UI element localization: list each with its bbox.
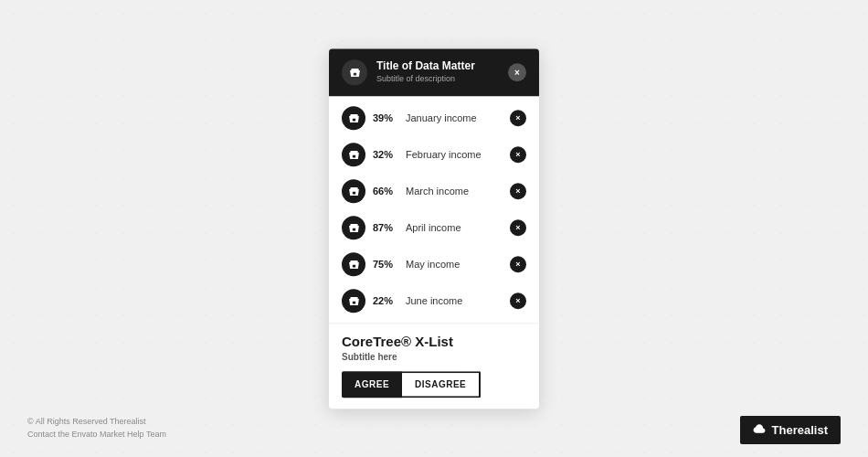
copyright: © All Rights Reserved Therealist Contact… [27, 416, 166, 441]
footer-title: CoreTree® X-List [342, 333, 526, 351]
main-card: Title of Data Matter Subtitle of descrip… [329, 48, 539, 409]
list-item-close-3[interactable]: × [510, 219, 526, 236]
list-item-close-1[interactable]: × [510, 146, 526, 163]
list-item-close-4[interactable]: × [510, 256, 526, 272]
list-item: 32% February income × [329, 136, 539, 173]
card-footer: CoreTree® X-List Subtitle here AGREE DIS… [329, 323, 539, 409]
list-item: 87% April income × [329, 209, 539, 246]
list-item-percent-2: 66% [373, 186, 398, 197]
income-list: 39% January income × 32% February income… [329, 96, 539, 323]
header-title: Title of Data Matter [376, 60, 499, 75]
list-item-percent-0: 39% [373, 112, 398, 123]
list-item-percent-4: 75% [373, 259, 398, 270]
list-item-label-1: February income [406, 149, 503, 160]
list-item: 75% May income × [329, 246, 539, 282]
header-subtitle: Subtitle of description [376, 74, 499, 85]
list-item-icon-2 [342, 179, 365, 203]
agree-button[interactable]: AGREE [342, 371, 402, 398]
list-item: 22% June income × [329, 282, 539, 319]
header-close-button[interactable]: × [508, 63, 526, 81]
list-item-icon-0 [342, 106, 365, 130]
copyright-line1: © All Rights Reserved Therealist [27, 416, 166, 429]
footer-buttons: AGREE DISAGREE [342, 371, 526, 398]
list-item: 66% March income × [329, 173, 539, 209]
list-item-percent-3: 87% [373, 222, 398, 233]
list-item-label-4: May income [406, 259, 503, 270]
list-item-percent-1: 32% [373, 149, 398, 160]
brand-name: Therealist [772, 423, 828, 437]
list-item-label-0: January income [406, 112, 503, 123]
list-item-close-0[interactable]: × [510, 110, 526, 126]
footer-subtitle: Subtitle here [342, 352, 526, 362]
brand-badge: Therealist [740, 416, 841, 444]
header-text: Title of Data Matter Subtitle of descrip… [376, 60, 499, 85]
list-item-icon-3 [342, 216, 365, 239]
list-item-icon-5 [342, 289, 365, 313]
list-item: 39% January income × [329, 100, 539, 136]
list-item-percent-5: 22% [373, 295, 398, 306]
list-item-icon-1 [342, 143, 365, 166]
card-header: Title of Data Matter Subtitle of descrip… [329, 48, 539, 96]
list-item-icon-4 [342, 252, 365, 276]
list-item-close-2[interactable]: × [510, 183, 526, 199]
list-item-label-5: June income [406, 295, 503, 306]
list-item-label-3: April income [406, 222, 503, 233]
disagree-button[interactable]: DISAGREE [402, 371, 481, 398]
list-item-label-2: March income [406, 186, 503, 197]
brand-icon [753, 422, 766, 438]
copyright-line2: Contact the Envato Market Help Team [27, 429, 166, 441]
list-item-close-5[interactable]: × [510, 292, 526, 309]
header-icon [342, 59, 367, 85]
